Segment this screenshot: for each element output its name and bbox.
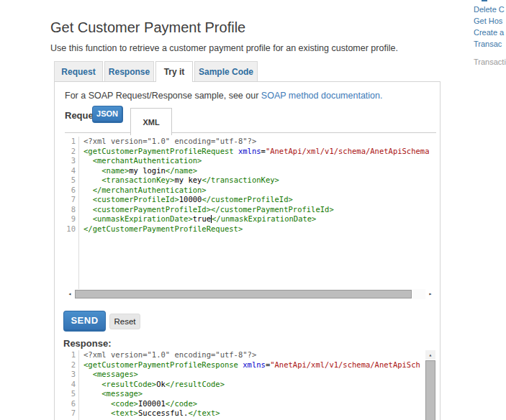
sidebar-link-transaction[interactable]: Transac	[474, 38, 506, 50]
response-editor-code[interactable]: <?xml version="1.0" encoding="utf-8"?><g…	[83, 350, 425, 420]
hscroll-track[interactable]	[75, 289, 425, 299]
response-code-editor[interactable]: 12345678 <?xml version="1.0" encoding="u…	[65, 350, 435, 420]
request-editor-code[interactable]: <?xml version="1.0" encoding="utf-8"?><g…	[83, 137, 435, 289]
format-json-button[interactable]: JSON	[92, 106, 123, 123]
page-description: Use this function to retrieve a customer…	[50, 43, 398, 53]
doc-tabs: Request Response Try it Sample Code	[54, 61, 259, 82]
tab-sample-code[interactable]: Sample Code	[194, 61, 258, 81]
sidebar-link-delete-customer[interactable]: Delete C	[474, 4, 506, 15]
format-xml-tab[interactable]: XML	[130, 108, 172, 135]
request-editor-hscrollbar[interactable]: ◂ ▸	[65, 289, 435, 299]
tab-try-it[interactable]: Try it	[155, 61, 193, 82]
request-format-strip: Request: JSON XML	[65, 99, 436, 133]
send-button[interactable]: SEND	[63, 311, 106, 332]
hscroll-thumb[interactable]	[75, 290, 412, 298]
page-title: Get Customer Payment Profile	[50, 19, 245, 36]
scroll-right-icon[interactable]: ▸	[425, 289, 435, 299]
tab-request[interactable]: Request	[54, 61, 103, 81]
response-label: Response:	[63, 338, 111, 349]
right-sidebar-links: Delete C Get Hos Create a Transac Transa…	[474, 4, 506, 68]
scroll-left-icon[interactable]: ◂	[65, 289, 75, 299]
response-editor-vscrollbar[interactable]: ▴	[425, 350, 435, 420]
vscroll-thumb[interactable]	[425, 360, 435, 420]
scroll-up-icon[interactable]: ▴	[425, 350, 435, 360]
sidebar-link-get-hosted[interactable]: Get Hos	[474, 15, 506, 27]
tab-response[interactable]: Response	[104, 61, 154, 81]
clipped-link-fragment	[482, 0, 487, 1]
sidebar-link-create-a[interactable]: Create a	[474, 27, 506, 38]
request-code-editor[interactable]: 12345678910 <?xml version="1.0" encoding…	[65, 137, 435, 299]
reset-button[interactable]: Reset	[109, 314, 140, 329]
sidebar-section-label: Transacti	[474, 56, 506, 68]
try-it-panel: For a SOAP Request/Response sample, see …	[54, 81, 441, 420]
request-editor-gutter: 12345678910	[65, 137, 79, 289]
response-editor-gutter: 12345678	[65, 350, 79, 420]
